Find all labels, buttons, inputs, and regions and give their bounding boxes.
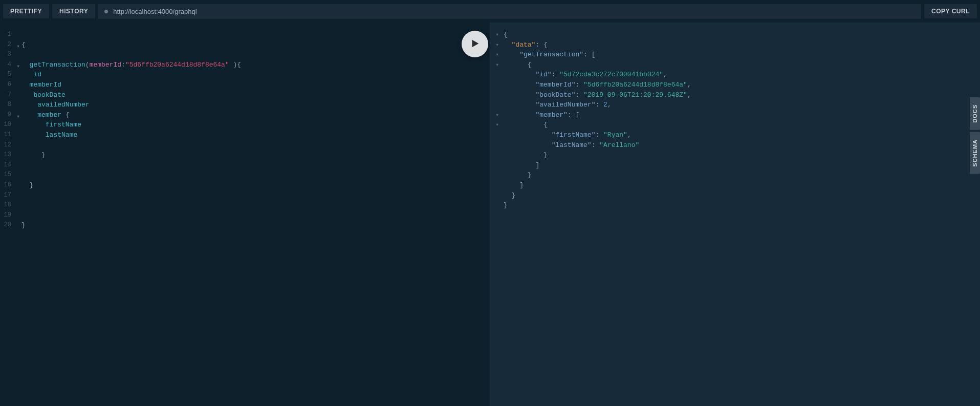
result-fold-gutter: ▼▼▼▼▼▼: [490, 30, 499, 210]
main-area: 12▼34▼56789▼1011121314151617181920 { get…: [0, 23, 980, 406]
endpoint-input[interactable]: [113, 8, 915, 15]
prettify-button[interactable]: PRETTIFY: [3, 4, 49, 18]
endpoint-bar[interactable]: [98, 4, 921, 19]
history-button[interactable]: HISTORY: [52, 4, 95, 18]
query-editor[interactable]: 12▼34▼56789▼1011121314151617181920 { get…: [0, 23, 490, 406]
side-tabs: DOCS SCHEMA: [970, 97, 980, 174]
query-code-area[interactable]: { getTransaction(memberId:"5d6ffb20a6244…: [0, 23, 490, 238]
execute-button[interactable]: [462, 31, 488, 57]
play-icon: [469, 38, 481, 51]
docs-tab[interactable]: DOCS: [970, 97, 980, 130]
copy-curl-button[interactable]: COPY CURL: [924, 4, 977, 18]
schema-tab[interactable]: SCHEMA: [970, 132, 980, 174]
toolbar: PRETTIFY HISTORY COPY CURL: [0, 0, 980, 23]
status-dot-icon: [104, 10, 108, 13]
result-code-area: { "data": { "getTransaction": [ { "id": …: [490, 23, 980, 210]
result-viewer: ▼▼▼▼▼▼ { "data": { "getTransaction": [ {…: [490, 23, 980, 406]
query-line-gutter: 12▼34▼56789▼1011121314151617181920: [0, 30, 14, 230]
